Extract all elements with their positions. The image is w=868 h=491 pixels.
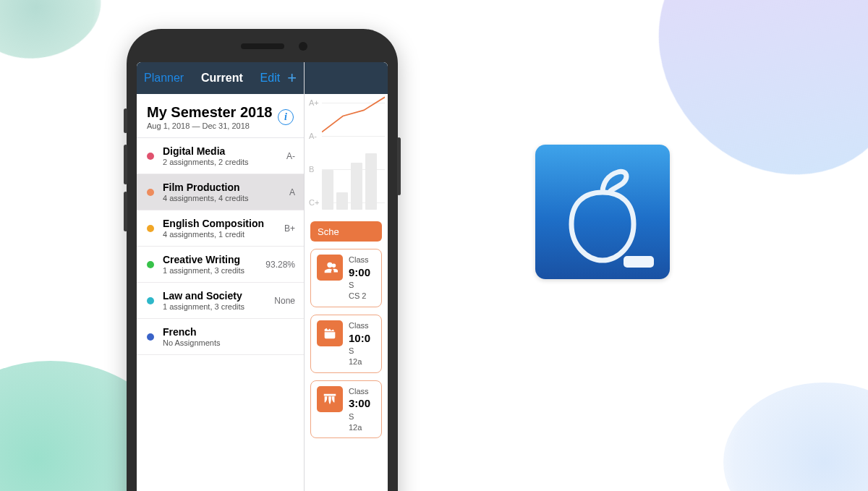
course-subtitle: 4 assignments, 4 credits [163,194,285,202]
bg-blob-top-left [0,0,109,69]
event-line1: S [349,280,370,291]
add-button[interactable]: + [287,70,297,86]
course-subtitle: No Assignments [163,338,291,347]
phone-screen: Planner Current Edit + My Semester 2018 … [137,62,388,491]
app-icon-pill [624,256,654,268]
course-title: Law and Society [163,290,270,302]
event-label: Class [349,386,370,397]
semester-header: My Semester 2018 Aug 1, 2018 — Dec 31, 2… [137,94,304,138]
event-curtain-icon [317,386,343,412]
event-card[interactable]: Class 9:00 S CS 2 [310,249,382,307]
event-card[interactable]: Class 3:00 S 12a [310,380,382,439]
course-subtitle: 4 assignments, 1 credit [163,230,280,239]
course-row[interactable]: Creative Writing 1 assignment, 3 credits… [137,247,304,283]
course-title: Creative Writing [163,254,261,265]
chart-ytick: B [309,165,314,174]
semester-title: My Semester 2018 [147,104,272,121]
info-icon[interactable]: i [278,109,294,125]
nav-bar: Planner Current Edit + [137,62,304,94]
event-line1: S [349,346,370,356]
phone-camera [299,42,307,51]
course-title: Film Production [163,182,285,193]
course-list: Digital Media 2 assignments, 2 credits A… [137,138,304,491]
chart-line [322,94,385,157]
phone-speaker [241,43,284,49]
course-color-dot [147,333,154,341]
chart-bar [351,163,362,210]
semester-dates: Aug 1, 2018 — Dec 31, 2018 [147,121,272,130]
course-subtitle: 2 assignments, 2 credits [163,158,282,166]
nav-edit-button[interactable]: Edit [260,72,281,85]
detail-pane: A+A-BC+ Sche Class 9:00 S CS 2 Class 10:… [305,62,388,491]
event-line2: 12a [349,356,370,367]
event-time: 10:0 [349,331,370,346]
bg-blob-bottom-right [723,383,868,491]
apple-outline-icon [556,158,650,266]
event-label: Class [349,320,370,331]
event-line2: 12a [349,422,370,433]
app-icon [535,145,670,279]
chart-ytick: A- [309,132,317,140]
events-list: Class 9:00 S CS 2 Class 10:0 S 12a Class… [305,249,388,438]
event-line1: S [349,411,370,422]
detail-nav-bar [305,62,388,94]
course-title: French [163,326,291,338]
nav-back-button[interactable]: Planner [144,72,184,85]
course-row[interactable]: Digital Media 2 assignments, 2 credits A… [137,138,304,174]
nav-title: Current [201,72,243,85]
event-line2: CS 2 [349,291,370,302]
course-row[interactable]: Film Production 4 assignments, 4 credits… [137,174,304,210]
course-color-dot [147,297,154,304]
course-subtitle: 1 assignment, 3 credits [163,302,270,311]
chart-ytick: C+ [309,198,319,207]
chart-bar [365,153,377,210]
course-row[interactable]: English Composition 4 assignments, 1 cre… [137,210,304,247]
event-card[interactable]: Class 10:0 S 12a [310,315,382,373]
course-subtitle: 1 assignment, 3 credits [163,266,261,275]
course-grade: A [289,187,295,197]
course-color-dot [147,261,154,268]
event-clapper-icon [317,320,343,346]
course-grade: A- [286,151,295,161]
event-time: 9:00 [349,265,370,280]
course-grade: 93.28% [265,260,295,270]
course-title: English Composition [163,218,280,229]
chart-bar [336,192,348,210]
event-label: Class [349,255,370,265]
course-row[interactable]: Law and Society 1 assignment, 3 credits … [137,283,304,319]
course-title: Digital Media [163,145,282,157]
event-time: 3:00 [349,396,370,411]
event-people-icon [317,255,343,281]
schedule-button[interactable]: Sche [310,221,382,242]
course-color-dot [147,225,154,232]
chart-ytick: A+ [309,98,319,107]
course-row[interactable]: French No Assignments [137,319,304,355]
course-color-dot [147,189,154,196]
chart-bar [322,170,333,210]
planner-pane: Planner Current Edit + My Semester 2018 … [137,62,305,491]
course-color-dot [147,153,154,160]
course-grade: None [274,296,295,306]
grade-chart: A+A-BC+ [305,94,388,217]
phone-frame: Planner Current Edit + My Semester 2018 … [127,29,398,491]
course-grade: B+ [284,223,295,234]
